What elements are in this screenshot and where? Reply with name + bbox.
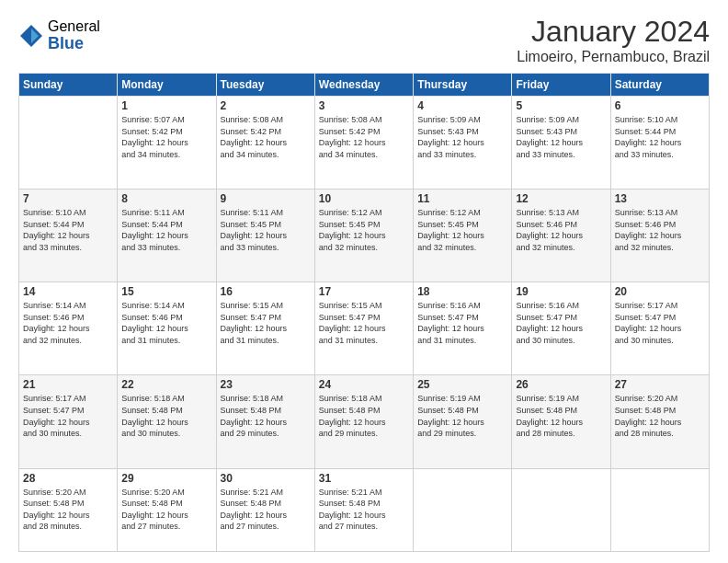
week-row-2: 14Sunrise: 5:14 AMSunset: 5:46 PMDayligh…: [19, 282, 710, 375]
logo-blue: Blue: [48, 35, 100, 53]
day-number: 13: [615, 192, 705, 205]
day-info: Sunrise: 5:18 AMSunset: 5:48 PMDaylight:…: [319, 393, 409, 439]
calendar-cell: [512, 468, 610, 552]
calendar: SundayMondayTuesdayWednesdayThursdayFrid…: [18, 73, 710, 552]
day-info: Sunrise: 5:18 AMSunset: 5:48 PMDaylight:…: [221, 393, 311, 439]
week-row-0: 1Sunrise: 5:07 AMSunset: 5:42 PMDaylight…: [19, 97, 710, 190]
location-subtitle: Limoeiro, Pernambuco, Brazil: [517, 49, 710, 65]
month-title: January 2024: [517, 15, 710, 49]
page: General Blue January 2024 Limoeiro, Pern…: [0, 0, 728, 563]
day-number: 17: [319, 285, 409, 298]
day-number: 19: [516, 285, 606, 298]
day-info: Sunrise: 5:17 AMSunset: 5:47 PMDaylight:…: [615, 300, 705, 346]
day-number: 11: [417, 192, 507, 205]
week-row-1: 7Sunrise: 5:10 AMSunset: 5:44 PMDaylight…: [19, 190, 710, 282]
calendar-cell: 24Sunrise: 5:18 AMSunset: 5:48 PMDayligh…: [314, 375, 413, 468]
day-info: Sunrise: 5:08 AMSunset: 5:42 PMDaylight:…: [319, 114, 409, 160]
title-block: January 2024 Limoeiro, Pernambuco, Brazi…: [517, 15, 710, 65]
calendar-cell: 23Sunrise: 5:18 AMSunset: 5:48 PMDayligh…: [216, 375, 314, 468]
day-info: Sunrise: 5:10 AMSunset: 5:44 PMDaylight:…: [615, 114, 705, 160]
day-info: Sunrise: 5:10 AMSunset: 5:44 PMDaylight:…: [23, 207, 113, 253]
day-info: Sunrise: 5:15 AMSunset: 5:47 PMDaylight:…: [221, 300, 311, 346]
calendar-cell: 1Sunrise: 5:07 AMSunset: 5:42 PMDaylight…: [118, 97, 216, 190]
day-info: Sunrise: 5:21 AMSunset: 5:48 PMDaylight:…: [319, 487, 409, 533]
calendar-cell: 4Sunrise: 5:09 AMSunset: 5:43 PMDaylight…: [414, 97, 512, 190]
day-number: 3: [319, 99, 409, 112]
week-row-3: 21Sunrise: 5:17 AMSunset: 5:47 PMDayligh…: [19, 375, 710, 468]
day-info: Sunrise: 5:16 AMSunset: 5:47 PMDaylight:…: [417, 300, 507, 346]
logo: General Blue: [18, 18, 100, 52]
day-number: 25: [417, 378, 507, 391]
day-info: Sunrise: 5:19 AMSunset: 5:48 PMDaylight:…: [516, 393, 606, 439]
day-number: 20: [615, 285, 705, 298]
weekday-header-monday: Monday: [118, 74, 216, 97]
day-number: 24: [319, 378, 409, 391]
day-info: Sunrise: 5:09 AMSunset: 5:43 PMDaylight:…: [516, 114, 606, 160]
weekday-header-tuesday: Tuesday: [216, 74, 314, 97]
day-info: Sunrise: 5:18 AMSunset: 5:48 PMDaylight:…: [121, 393, 211, 439]
calendar-cell: 18Sunrise: 5:16 AMSunset: 5:47 PMDayligh…: [414, 282, 512, 375]
calendar-cell: 25Sunrise: 5:19 AMSunset: 5:48 PMDayligh…: [414, 375, 512, 468]
day-info: Sunrise: 5:16 AMSunset: 5:47 PMDaylight:…: [516, 300, 606, 346]
day-number: 16: [221, 285, 311, 298]
day-info: Sunrise: 5:11 AMSunset: 5:45 PMDaylight:…: [221, 207, 311, 253]
day-info: Sunrise: 5:14 AMSunset: 5:46 PMDaylight:…: [121, 300, 211, 346]
day-number: 21: [23, 378, 113, 391]
logo-text: General Blue: [48, 18, 100, 52]
day-info: Sunrise: 5:12 AMSunset: 5:45 PMDaylight:…: [417, 207, 507, 253]
day-number: 27: [615, 378, 705, 391]
calendar-cell: 17Sunrise: 5:15 AMSunset: 5:47 PMDayligh…: [314, 282, 413, 375]
calendar-cell: 16Sunrise: 5:15 AMSunset: 5:47 PMDayligh…: [216, 282, 314, 375]
calendar-cell: 21Sunrise: 5:17 AMSunset: 5:47 PMDayligh…: [19, 375, 118, 468]
calendar-cell: 20Sunrise: 5:17 AMSunset: 5:47 PMDayligh…: [610, 282, 709, 375]
calendar-cell: 12Sunrise: 5:13 AMSunset: 5:46 PMDayligh…: [512, 190, 610, 282]
day-number: 8: [121, 192, 211, 205]
day-number: 7: [23, 192, 113, 205]
day-number: 9: [221, 192, 311, 205]
day-number: 2: [221, 99, 311, 112]
calendar-cell: [610, 468, 709, 552]
day-info: Sunrise: 5:11 AMSunset: 5:44 PMDaylight:…: [121, 207, 211, 253]
calendar-cell: 14Sunrise: 5:14 AMSunset: 5:46 PMDayligh…: [19, 282, 118, 375]
calendar-cell: 11Sunrise: 5:12 AMSunset: 5:45 PMDayligh…: [414, 190, 512, 282]
calendar-cell: 29Sunrise: 5:20 AMSunset: 5:48 PMDayligh…: [118, 468, 216, 552]
calendar-cell: 28Sunrise: 5:20 AMSunset: 5:48 PMDayligh…: [19, 468, 118, 552]
day-number: 15: [121, 285, 211, 298]
calendar-cell: [414, 468, 512, 552]
calendar-cell: 31Sunrise: 5:21 AMSunset: 5:48 PMDayligh…: [314, 468, 413, 552]
calendar-cell: 9Sunrise: 5:11 AMSunset: 5:45 PMDaylight…: [216, 190, 314, 282]
day-info: Sunrise: 5:20 AMSunset: 5:48 PMDaylight:…: [23, 487, 113, 533]
day-number: 22: [121, 378, 211, 391]
day-number: 31: [319, 472, 409, 485]
logo-general: General: [48, 18, 100, 35]
day-info: Sunrise: 5:17 AMSunset: 5:47 PMDaylight:…: [23, 393, 113, 439]
day-info: Sunrise: 5:20 AMSunset: 5:48 PMDaylight:…: [615, 393, 705, 439]
calendar-cell: 7Sunrise: 5:10 AMSunset: 5:44 PMDaylight…: [19, 190, 118, 282]
logo-icon: [18, 23, 44, 49]
weekday-header-wednesday: Wednesday: [314, 74, 413, 97]
calendar-cell: 26Sunrise: 5:19 AMSunset: 5:48 PMDayligh…: [512, 375, 610, 468]
weekday-header-thursday: Thursday: [414, 74, 512, 97]
calendar-cell: 8Sunrise: 5:11 AMSunset: 5:44 PMDaylight…: [118, 190, 216, 282]
day-number: 10: [319, 192, 409, 205]
weekday-header-row: SundayMondayTuesdayWednesdayThursdayFrid…: [19, 74, 710, 97]
day-number: 5: [516, 99, 606, 112]
day-info: Sunrise: 5:21 AMSunset: 5:48 PMDaylight:…: [221, 487, 311, 533]
day-number: 1: [121, 99, 211, 112]
calendar-cell: 13Sunrise: 5:13 AMSunset: 5:46 PMDayligh…: [610, 190, 709, 282]
day-info: Sunrise: 5:14 AMSunset: 5:46 PMDaylight:…: [23, 300, 113, 346]
weekday-header-sunday: Sunday: [19, 74, 118, 97]
calendar-cell: 3Sunrise: 5:08 AMSunset: 5:42 PMDaylight…: [314, 97, 413, 190]
calendar-cell: 2Sunrise: 5:08 AMSunset: 5:42 PMDaylight…: [216, 97, 314, 190]
day-info: Sunrise: 5:15 AMSunset: 5:47 PMDaylight:…: [319, 300, 409, 346]
day-number: 28: [23, 472, 113, 485]
day-info: Sunrise: 5:13 AMSunset: 5:46 PMDaylight:…: [615, 207, 705, 253]
calendar-cell: 22Sunrise: 5:18 AMSunset: 5:48 PMDayligh…: [118, 375, 216, 468]
calendar-cell: 15Sunrise: 5:14 AMSunset: 5:46 PMDayligh…: [118, 282, 216, 375]
day-info: Sunrise: 5:12 AMSunset: 5:45 PMDaylight:…: [319, 207, 409, 253]
day-number: 4: [417, 99, 507, 112]
calendar-cell: 5Sunrise: 5:09 AMSunset: 5:43 PMDaylight…: [512, 97, 610, 190]
day-info: Sunrise: 5:13 AMSunset: 5:46 PMDaylight:…: [516, 207, 606, 253]
calendar-cell: 6Sunrise: 5:10 AMSunset: 5:44 PMDaylight…: [610, 97, 709, 190]
weekday-header-friday: Friday: [512, 74, 610, 97]
